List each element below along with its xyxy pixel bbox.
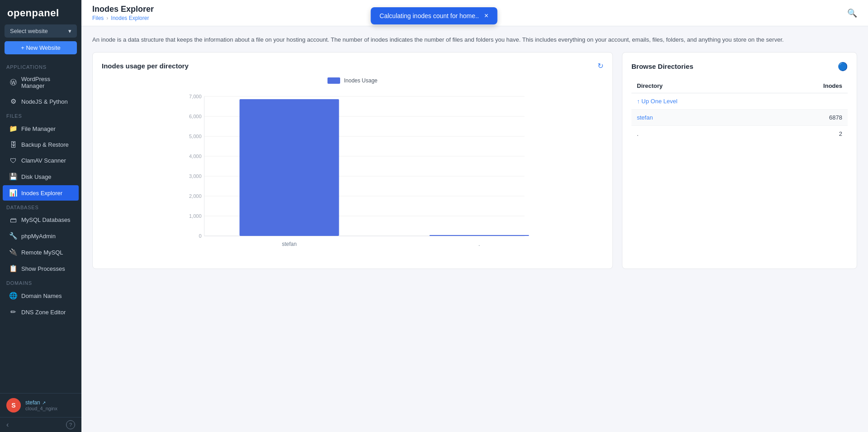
svg-text:5,000: 5,000 [189,134,202,139]
sidebar-item-nodejs-python[interactable]: ⚙ NodeJS & Python [3,94,79,109]
chart-panel: Inodes usage per directory ↻ Inodes Usag… [92,52,613,269]
breadcrumb-separator: › [106,15,108,21]
sidebar-bottom-bar: ‹ ? [0,417,81,432]
user-plan: cloud_4_nginx [25,406,57,411]
select-website-button[interactable]: Select website ▾ [5,24,77,38]
dir-stefan-inodes: 6878 [768,109,848,125]
shield-icon: 🛡 [9,157,17,164]
browse-panel: Browse Directories 🔵 Directory Inodes ↑ [622,52,857,269]
external-link-icon: ↗ [42,400,46,405]
toast-close-button[interactable]: × [484,12,489,20]
sidebar: openpanel Select website ▾ + New Website… [0,0,81,432]
sidebar-item-label: Disk Usage [21,173,51,180]
chart-title: Inodes usage per directory [102,62,189,70]
remote-icon: 🔌 [9,248,17,256]
svg-text:4,000: 4,000 [189,154,202,159]
chart-legend: Inodes Usage [102,77,603,84]
sidebar-item-label: Backup & Restore [21,141,69,148]
sidebar-section-applications: Applications [0,61,81,72]
sidebar-item-remote-mysql[interactable]: 🔌 Remote MySQL [3,245,79,260]
dns-icon: ✏ [9,308,17,316]
chart-refresh-button[interactable]: ↻ [598,62,603,70]
sidebar-logo: openpanel [0,0,81,24]
sidebar-item-backup-restore[interactable]: 🗄 Backup & Restore [3,137,79,152]
svg-text:6,000: 6,000 [189,114,202,119]
main-content: Calculating inodes count for home.. × In… [81,0,868,432]
up-one-level-link[interactable]: ↑ Up One Level [637,98,763,105]
sidebar-item-label: Remote MySQL [21,249,63,256]
folder-icon: 📁 [9,125,17,133]
browse-header: Browse Directories 🔵 [631,62,848,72]
disk-icon: 💾 [9,173,17,181]
sidebar-collapse-button[interactable]: ‹ [6,421,9,429]
sidebar-item-label: Inodes Explorer [21,190,62,197]
sidebar-item-domain-names[interactable]: 🌐 Domain Names [3,288,79,303]
header-left: Inodes Explorer Files › Inodes Explorer [92,5,154,21]
sidebar-section-databases: Databases [0,201,81,212]
sidebar-item-label: Domain Names [21,293,62,299]
svg-text:.: . [479,241,480,247]
nodejs-icon: ⚙ [9,97,17,106]
dir-dot-name: . [637,130,639,137]
sidebar-section-domains: Domains [0,277,81,288]
chart-header: Inodes usage per directory ↻ [102,62,603,70]
wordpress-icon: Ⓦ [9,78,17,87]
toast-notification: Calculating inodes count for home.. × [370,7,498,24]
sidebar-item-mysql-databases[interactable]: 🗃 MySQL Databases [3,212,79,227]
two-column-layout: Inodes usage per directory ↻ Inodes Usag… [92,52,857,269]
svg-text:2,000: 2,000 [189,193,202,199]
sidebar-item-label: DNS Zone Editor [21,309,66,316]
help-button[interactable]: ? [66,420,75,429]
dir-stefan-link[interactable]: stefan [637,114,763,121]
bar-stefan [240,99,339,236]
breadcrumb: Files › Inodes Explorer [92,15,154,21]
svg-text:7,000: 7,000 [189,94,202,99]
page-content: An inode is a data structure that keeps … [81,26,868,278]
breadcrumb-parent[interactable]: Files [92,15,104,21]
sidebar-item-disk-usage[interactable]: 💾 Disk Usage [3,169,79,184]
breadcrumb-current: Inodes Explorer [111,15,149,21]
user-info: stefan ↗ cloud_4_nginx [25,399,57,411]
sidebar-item-label: Show Processes [21,265,65,272]
username[interactable]: stefan ↗ [25,399,57,406]
sidebar-item-show-processes[interactable]: 📋 Show Processes [3,261,79,276]
inodes-icon: 📊 [9,189,17,197]
backup-icon: 🗄 [9,141,17,149]
avatar: S [6,398,21,413]
bar-dot [430,235,529,236]
sidebar-footer: S stefan ↗ cloud_4_nginx [0,393,81,417]
toast-message: Calculating inodes count for home.. [379,12,479,19]
sidebar-item-label: ClamAV Scanner [21,157,66,164]
sidebar-item-file-manager[interactable]: 📁 File Manager [3,121,79,136]
sidebar-item-phpmyadmin[interactable]: 🔧 phpMyAdmin [3,228,79,244]
sidebar-item-label: NodeJS & Python [21,98,68,105]
globe-icon: 🌐 [9,292,17,300]
legend-color-inodes [327,77,340,84]
browse-icon-button[interactable]: 🔵 [838,62,848,72]
sidebar-item-inodes-explorer[interactable]: 📊 Inodes Explorer [3,185,79,201]
svg-text:1,000: 1,000 [189,213,202,219]
sidebar-item-label: phpMyAdmin [21,233,56,240]
svg-text:0: 0 [199,233,201,239]
database-icon: 🗃 [9,216,17,224]
search-button[interactable]: 🔍 [847,8,857,18]
up-one-level-inodes [768,93,848,109]
table-row: stefan 6878 [631,109,848,125]
table-row: . 2 [631,125,848,142]
svg-text:3,000: 3,000 [189,173,202,179]
sidebar-section-files: Files [0,110,81,120]
directory-table: Directory Inodes ↑ Up One Level [631,79,848,142]
phpmyadmin-icon: 🔧 [9,232,17,240]
select-website-label: Select website [10,28,48,34]
sidebar-item-clamav-scanner[interactable]: 🛡 ClamAV Scanner [3,153,79,168]
sidebar-item-dns-zone-editor[interactable]: ✏ DNS Zone Editor [3,304,79,320]
legend-label-inodes: Inodes Usage [344,77,377,84]
description: An inode is a data structure that keeps … [92,35,857,45]
sidebar-item-wordpress-manager[interactable]: Ⓦ WordPress Manager [3,72,79,93]
sidebar-item-label: MySQL Databases [21,216,71,223]
dir-dot-inodes: 2 [768,125,848,142]
new-website-button[interactable]: + New Website [5,41,77,54]
bar-chart: 0 1,000 2,000 3,000 4,000 5,000 6,000 7,… [102,87,603,259]
sidebar-item-label: WordPress Manager [21,76,72,89]
chevron-down-icon: ▾ [68,28,71,34]
